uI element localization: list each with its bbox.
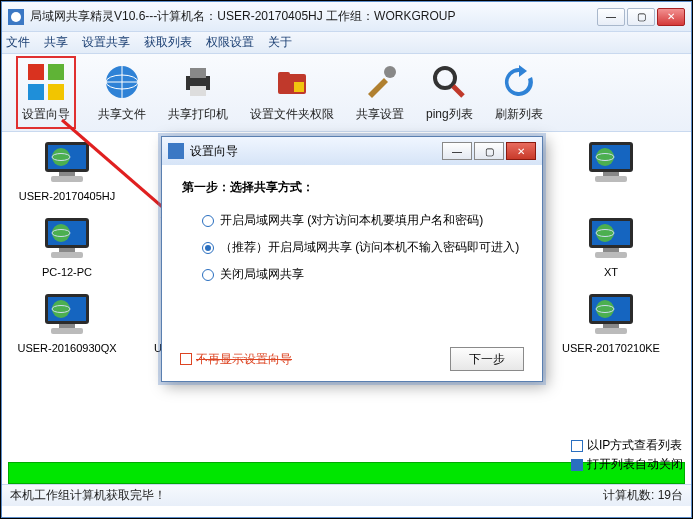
radio-icon xyxy=(202,215,214,227)
computer-label: PC-12-PC xyxy=(42,266,92,278)
svg-rect-105 xyxy=(603,324,619,328)
svg-rect-22 xyxy=(51,176,83,182)
share-option-2[interactable]: 关闭局域网共享 xyxy=(202,266,522,283)
dialog-title: 设置向导 xyxy=(190,143,442,160)
menu-set-share[interactable]: 设置共享 xyxy=(82,34,130,51)
dialog-close-button[interactable]: ✕ xyxy=(506,142,536,160)
svg-rect-75 xyxy=(603,248,619,252)
computer-item[interactable]: XT xyxy=(556,216,666,278)
globe-icon xyxy=(102,62,142,102)
dont-show-checkbox[interactable]: 不再显示设置向导 xyxy=(180,351,292,368)
svg-point-49 xyxy=(52,224,70,242)
computer-item[interactable]: PC-12-PC xyxy=(12,216,122,278)
svg-rect-108 xyxy=(168,143,184,159)
toolbar-magnifier[interactable]: ping列表 xyxy=(426,62,473,123)
computer-icon xyxy=(585,216,637,262)
svg-rect-10 xyxy=(190,86,206,96)
toolbar-label: 设置向导 xyxy=(22,106,70,123)
share-option-0[interactable]: 开启局域网共享 (对方访问本机要填用户名和密码) xyxy=(202,212,522,229)
toolbar: 设置向导共享文件共享打印机设置文件夹权限共享设置ping列表刷新列表 xyxy=(2,54,691,132)
svg-rect-9 xyxy=(190,68,206,78)
svg-rect-45 xyxy=(603,172,619,176)
toolbar-printer[interactable]: 共享打印机 xyxy=(168,62,228,123)
svg-rect-2 xyxy=(28,64,44,80)
toolbar-label: 共享文件 xyxy=(98,106,146,123)
computer-label: USER-20170405HJ xyxy=(19,190,116,202)
svg-point-73 xyxy=(596,224,614,242)
computer-icon xyxy=(41,140,93,186)
titlebar: 局域网共享精灵V10.6---计算机名：USER-20170405HJ 工作组：… xyxy=(2,2,691,32)
next-button[interactable]: 下一步 xyxy=(450,347,524,371)
statusbar: 本机工作组计算机获取完毕！ 计算机数: 19台 xyxy=(2,484,691,506)
computer-item[interactable] xyxy=(556,140,666,202)
computer-item[interactable]: USER-20160930QX xyxy=(12,292,122,354)
computer-icon xyxy=(585,292,637,338)
toolbar-label: ping列表 xyxy=(426,106,473,123)
svg-rect-52 xyxy=(51,252,83,258)
svg-rect-81 xyxy=(59,324,75,328)
toolbar-globe[interactable]: 共享文件 xyxy=(98,62,146,123)
radio-label: 关闭局域网共享 xyxy=(220,266,304,283)
printer-icon xyxy=(178,62,218,102)
dialog-titlebar: 设置向导 — ▢ ✕ xyxy=(162,137,542,165)
computer-label: XT xyxy=(604,266,618,278)
toolbar-label: 共享打印机 xyxy=(168,106,228,123)
radio-label: （推荐）开启局域网共享 (访问本机不输入密码即可进入) xyxy=(220,239,519,256)
computer-label: USER-20160930QX xyxy=(17,342,116,354)
menu-share[interactable]: 共享 xyxy=(44,34,68,51)
dialog-maximize-button[interactable]: ▢ xyxy=(474,142,504,160)
svg-line-16 xyxy=(453,86,463,96)
setup-wizard-dialog: 设置向导 — ▢ ✕ 第一步：选择共享方式： 开启局域网共享 (对方访问本机要填… xyxy=(161,136,543,382)
status-left: 本机工作组计算机获取完毕！ xyxy=(10,487,166,504)
options-panel: 以IP方式查看列表 打开列表自动关闭 xyxy=(571,437,683,473)
svg-point-103 xyxy=(596,300,614,318)
toolbar-refresh[interactable]: 刷新列表 xyxy=(495,62,543,123)
svg-rect-76 xyxy=(595,252,627,258)
windows-icon xyxy=(26,62,66,102)
toolbar-label: 刷新列表 xyxy=(495,106,543,123)
svg-rect-46 xyxy=(595,176,627,182)
svg-point-1 xyxy=(11,12,21,22)
status-right: 计算机数: 19台 xyxy=(603,487,683,504)
menu-file[interactable]: 文件 xyxy=(6,34,30,51)
toolbar-label: 共享设置 xyxy=(356,106,404,123)
option-ip-view[interactable]: 以IP方式查看列表 xyxy=(571,437,683,454)
radio-icon xyxy=(202,269,214,281)
svg-rect-106 xyxy=(595,328,627,334)
computer-icon xyxy=(41,292,93,338)
svg-point-14 xyxy=(384,66,396,78)
svg-point-15 xyxy=(435,68,455,88)
tools-icon xyxy=(360,62,400,102)
menu-about[interactable]: 关于 xyxy=(268,34,292,51)
svg-rect-5 xyxy=(48,84,64,100)
svg-rect-4 xyxy=(28,84,44,100)
radio-icon xyxy=(202,242,214,254)
close-button[interactable]: ✕ xyxy=(657,8,685,26)
magnifier-icon xyxy=(429,62,469,102)
svg-point-19 xyxy=(52,148,70,166)
svg-rect-21 xyxy=(59,172,75,176)
computer-icon xyxy=(585,140,637,186)
toolbar-windows[interactable]: 设置向导 xyxy=(16,56,76,129)
dialog-minimize-button[interactable]: — xyxy=(442,142,472,160)
share-option-1[interactable]: （推荐）开启局域网共享 (访问本机不输入密码即可进入) xyxy=(202,239,522,256)
folder-lock-icon xyxy=(272,62,312,102)
svg-point-79 xyxy=(52,300,70,318)
computer-item[interactable]: USER-20170405HJ xyxy=(12,140,122,202)
toolbar-tools[interactable]: 共享设置 xyxy=(356,62,404,123)
minimize-button[interactable]: — xyxy=(597,8,625,26)
menubar: 文件 共享 设置共享 获取列表 权限设置 关于 xyxy=(2,32,691,54)
option-auto-close[interactable]: 打开列表自动关闭 xyxy=(571,456,683,473)
refresh-icon xyxy=(499,62,539,102)
menu-get-list[interactable]: 获取列表 xyxy=(144,34,192,51)
toolbar-folder-lock[interactable]: 设置文件夹权限 xyxy=(250,62,334,123)
computer-label: USER-20170210KE xyxy=(562,342,660,354)
svg-rect-51 xyxy=(59,248,75,252)
menu-permission[interactable]: 权限设置 xyxy=(206,34,254,51)
computer-item[interactable]: USER-20170210KE xyxy=(556,292,666,354)
toolbar-label: 设置文件夹权限 xyxy=(250,106,334,123)
dialog-step-label: 第一步：选择共享方式： xyxy=(182,179,522,196)
svg-rect-3 xyxy=(48,64,64,80)
maximize-button[interactable]: ▢ xyxy=(627,8,655,26)
svg-point-43 xyxy=(596,148,614,166)
